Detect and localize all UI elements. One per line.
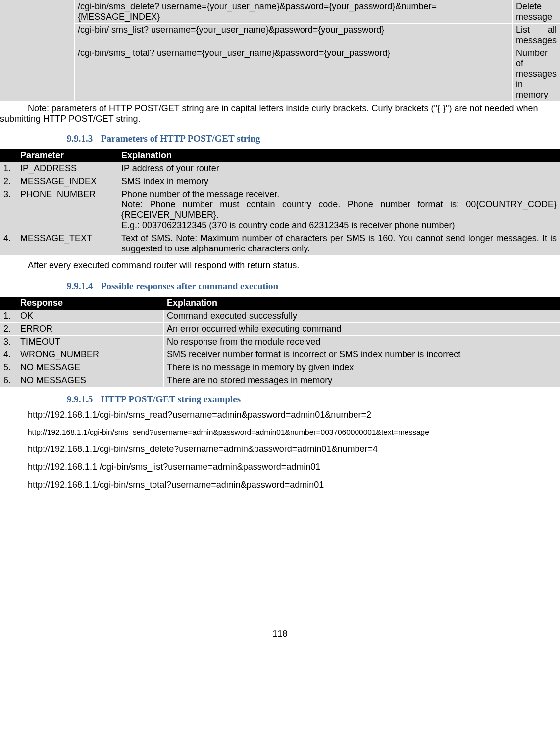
resp-explanation: Command executed successfully bbox=[164, 310, 560, 323]
resp-header-response: Response bbox=[17, 297, 164, 310]
param-name: MESSAGE_INDEX bbox=[17, 175, 118, 188]
param-explanation: Phone number of the message receiver. No… bbox=[118, 188, 560, 232]
resp-name: WRONG_NUMBER bbox=[17, 348, 164, 361]
resp-num: 5. bbox=[0, 361, 17, 374]
parameters-table: Parameter Explanation 1. IP_ADDRESS IP a… bbox=[0, 149, 560, 255]
param-explanation: IP address of your router bbox=[118, 162, 560, 175]
resp-num: 1. bbox=[0, 310, 17, 323]
table-row: 6. NO MESSAGES There are no stored messa… bbox=[0, 374, 560, 387]
resp-explanation: No response from the module received bbox=[164, 336, 560, 348]
section-heading-examples: 9.9.1.5 HTTP POST/GET string examples bbox=[0, 394, 560, 405]
example-url: http://192.168.1.1 /cgi-bin/sms_list?use… bbox=[0, 462, 560, 472]
resp-explanation: An error occurred while executing comman… bbox=[164, 323, 560, 336]
param-header-parameter: Parameter bbox=[17, 149, 118, 162]
resp-name: NO MESSAGES bbox=[17, 374, 164, 387]
table-row: 2. ERROR An error occurred while executi… bbox=[0, 323, 560, 336]
resp-name: NO MESSAGE bbox=[17, 361, 164, 374]
table-row: 2. MESSAGE_INDEX SMS index in memory bbox=[0, 175, 560, 188]
section-heading-params: 9.9.1.3 Parameters of HTTP POST/GET stri… bbox=[0, 133, 560, 144]
table-row: 5. NO MESSAGE There is no message in mem… bbox=[0, 361, 560, 374]
table-row: 4. WRONG_NUMBER SMS receiver number form… bbox=[0, 348, 560, 361]
table-row: 4. MESSAGE_TEXT Text of SMS. Note: Maxim… bbox=[0, 232, 560, 255]
resp-name: ERROR bbox=[17, 323, 164, 336]
endpoint-url: /cgi-bin/ sms_list? username={your_user_… bbox=[75, 24, 513, 47]
section-title: HTTP POST/GET string examples bbox=[101, 394, 241, 404]
table-row: 1. IP_ADDRESS IP address of your router bbox=[0, 162, 560, 175]
resp-explanation: SMS receiver number format is incorrect … bbox=[164, 348, 560, 361]
example-url: http://192.168.1.1/cgi-bin/sms_read?user… bbox=[0, 410, 560, 420]
resp-explanation: There are no stored messages in memory bbox=[164, 374, 560, 387]
endpoint-desc: Number of messages in memory bbox=[512, 47, 560, 101]
resp-explanation: There is no message in memory by given i… bbox=[164, 361, 560, 374]
page-number: 118 bbox=[0, 629, 560, 639]
resp-num: 2. bbox=[0, 323, 17, 336]
table-row: 3. TIMEOUT No response from the module r… bbox=[0, 336, 560, 348]
endpoint-url: /cgi-bin/sms_delete? username={your_user… bbox=[75, 0, 513, 24]
endpoint-desc: Delete message bbox=[512, 0, 560, 24]
section-number: 9.9.1.5 bbox=[67, 394, 93, 404]
param-explanation: Text of SMS. Note: Maximum number of cha… bbox=[118, 232, 560, 255]
endpoint-url: /cgi-bin/sms_ total? username={your_user… bbox=[75, 47, 513, 101]
endpoint-row: /cgi-bin/ sms_list? username={your_user_… bbox=[0, 24, 560, 47]
after-params-text: After every executed command router will… bbox=[0, 260, 560, 271]
table-row: 3. PHONE_NUMBER Phone number of the mess… bbox=[0, 188, 560, 232]
note-paragraph: Note: parameters of HTTP POST/GET string… bbox=[0, 102, 560, 133]
section-heading-responses: 9.9.1.4 Possible responses after command… bbox=[0, 281, 560, 292]
param-name: PHONE_NUMBER bbox=[17, 188, 118, 232]
resp-num: 4. bbox=[0, 348, 17, 361]
param-num: 4. bbox=[0, 232, 17, 255]
resp-num: 3. bbox=[0, 336, 17, 348]
resp-header-explanation: Explanation bbox=[164, 297, 560, 310]
responses-table: Response Explanation 1. OK Command execu… bbox=[0, 297, 560, 387]
param-num: 2. bbox=[0, 175, 17, 188]
param-num: 3. bbox=[0, 188, 17, 232]
resp-name: TIMEOUT bbox=[17, 336, 164, 348]
example-url: http://192.168.1.1/cgi-bin/sms_delete?us… bbox=[0, 444, 560, 454]
param-name: IP_ADDRESS bbox=[17, 162, 118, 175]
section-number: 9.9.1.3 bbox=[67, 133, 93, 144]
section-title: Possible responses after command executi… bbox=[101, 281, 278, 291]
endpoint-blank-cell bbox=[0, 0, 75, 101]
endpoint-row: /cgi-bin/sms_delete? username={your_user… bbox=[0, 0, 560, 24]
endpoint-row: /cgi-bin/sms_ total? username={your_user… bbox=[0, 47, 560, 101]
example-url: http://192.168.1.1/cgi-bin/sms_send?user… bbox=[0, 428, 560, 437]
endpoint-desc: List all messages bbox=[512, 24, 560, 47]
param-header-explanation: Explanation bbox=[118, 149, 560, 162]
resp-num: 6. bbox=[0, 374, 17, 387]
endpoint-table: /cgi-bin/sms_delete? username={your_user… bbox=[0, 0, 560, 101]
param-name: MESSAGE_TEXT bbox=[17, 232, 118, 255]
resp-header-blank bbox=[0, 297, 17, 310]
section-title: Parameters of HTTP POST/GET string bbox=[101, 133, 260, 144]
section-number: 9.9.1.4 bbox=[67, 281, 93, 291]
param-num: 1. bbox=[0, 162, 17, 175]
param-header-blank bbox=[0, 149, 17, 162]
table-row: 1. OK Command executed successfully bbox=[0, 310, 560, 323]
param-explanation: SMS index in memory bbox=[118, 175, 560, 188]
example-url: http://192.168.1.1/cgi-bin/sms_total?use… bbox=[0, 480, 560, 490]
resp-name: OK bbox=[17, 310, 164, 323]
